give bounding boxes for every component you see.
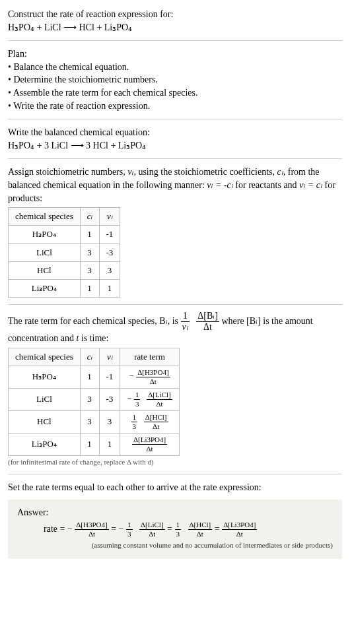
fraction: Δ[LiCl] Δt bbox=[147, 391, 172, 408]
frac-den: Δt bbox=[222, 530, 257, 538]
frac-num: 1 bbox=[175, 521, 182, 530]
plan-item: Assemble the rate term for each chemical… bbox=[8, 86, 342, 100]
table-header-row: chemical species cᵢ νᵢ bbox=[9, 208, 120, 226]
divider bbox=[8, 119, 342, 119]
cell-nu: -3 bbox=[99, 243, 120, 261]
equals: = bbox=[59, 524, 65, 534]
col-header: chemical species bbox=[9, 348, 81, 366]
intro-section: Construct the rate of reaction expressio… bbox=[8, 8, 342, 34]
stoich-text: Assign stoichiometric numbers, νᵢ, using… bbox=[8, 166, 342, 205]
table-row: Li₃PO₄ 1 1 Δ[Li3PO4] Δt bbox=[9, 433, 180, 455]
frac-num: Δ[LiCl] bbox=[139, 521, 165, 530]
fraction: Δ[Li3PO4] Δt bbox=[132, 436, 167, 453]
frac-num: Δ[Bᵢ] bbox=[196, 311, 219, 322]
cell-ci: 3 bbox=[80, 261, 99, 279]
coef-fraction: 1 3 bbox=[131, 414, 138, 430]
col-header: νᵢ bbox=[99, 208, 120, 226]
table-header-row: chemical species cᵢ νᵢ rate term bbox=[9, 348, 180, 366]
table-row: HCl 3 3 bbox=[9, 261, 120, 279]
table-row: H₃PO₄ 1 -1 − Δ[H3PO4] Δt bbox=[9, 366, 180, 388]
rel1: νᵢ = -cᵢ bbox=[207, 180, 233, 190]
col-header: chemical species bbox=[9, 208, 81, 226]
cell-nu: -1 bbox=[99, 226, 120, 243]
plan-section: Plan: Balance the chemical equation. Det… bbox=[8, 48, 342, 112]
text: The rate term for each chemical species, bbox=[8, 316, 159, 326]
cell-species: HCl bbox=[9, 261, 81, 279]
frac-den: νᵢ bbox=[181, 322, 190, 332]
table-row: H₃PO₄ 1 -1 bbox=[9, 226, 120, 243]
cell-species: HCl bbox=[9, 410, 81, 433]
coef-fraction: 1 3 bbox=[134, 391, 141, 408]
table-row: HCl 3 3 1 3 Δ[HCl] Δt bbox=[9, 410, 180, 433]
fraction: Δ[LiCl] Δt bbox=[139, 521, 165, 538]
col-header: rate term bbox=[120, 348, 179, 366]
table-row: LiCl 3 -3 − 1 3 Δ[LiCl] Δt bbox=[9, 388, 180, 410]
final-heading: Set the rate terms equal to each other t… bbox=[8, 481, 342, 494]
divider bbox=[8, 40, 342, 41]
col-header: cᵢ bbox=[80, 208, 99, 226]
frac-num: Δ[H3PO4] bbox=[75, 521, 108, 530]
frac-den: Δt bbox=[136, 377, 170, 385]
fraction: Δ[HCl] Δt bbox=[144, 414, 168, 430]
frac-num: Δ[HCl] bbox=[144, 414, 168, 422]
cell-nu: 1 bbox=[99, 433, 120, 455]
conc-symbol: [Bᵢ] bbox=[246, 316, 261, 326]
plan-item: Determine the stoichiometric numbers. bbox=[8, 73, 342, 86]
cell-ci: 3 bbox=[80, 410, 99, 433]
equals: = bbox=[111, 524, 116, 534]
frac-den: 3 bbox=[131, 422, 138, 430]
balanced-heading: Write the balanced chemical equation: bbox=[8, 126, 342, 139]
cell-species: H₃PO₄ bbox=[9, 366, 81, 388]
col-header: νᵢ bbox=[99, 348, 120, 366]
frac-den: 3 bbox=[175, 530, 182, 538]
cell-ci: 3 bbox=[80, 243, 99, 261]
Bi-symbol: Bᵢ bbox=[159, 316, 167, 326]
cell-nu: 3 bbox=[99, 261, 120, 279]
frac-den: 3 bbox=[126, 530, 133, 538]
frac-den: Δt bbox=[132, 445, 167, 453]
equals: = bbox=[167, 524, 172, 534]
fraction: Δ[H3PO4] Δt bbox=[75, 521, 108, 538]
answer-box: Answer: rate = − Δ[H3PO4] Δt = − 1 3 Δ[L… bbox=[8, 499, 342, 559]
rateterm-text: The rate term for each chemical species,… bbox=[8, 311, 342, 345]
balanced-section: Write the balanced chemical equation: H₃… bbox=[8, 126, 342, 152]
stoich-section: Assign stoichiometric numbers, νᵢ, using… bbox=[8, 166, 342, 298]
fraction: Δ[Li3PO4] Δt bbox=[222, 521, 257, 538]
divider bbox=[8, 304, 342, 305]
plan-item: Write the rate of reaction expression. bbox=[8, 100, 342, 113]
frac-den: Δt bbox=[188, 530, 213, 538]
frac-num: 1 bbox=[134, 391, 141, 400]
frac-num: Δ[Li3PO4] bbox=[132, 436, 167, 445]
frac-den: Δt bbox=[139, 530, 165, 538]
cell-ci: 1 bbox=[80, 279, 99, 297]
plan-heading: Plan: bbox=[8, 48, 342, 61]
plan-item: Balance the chemical equation. bbox=[8, 61, 342, 74]
balanced-equation: H₃PO₄ + 3 LiCl ⟶ 3 HCl + Li₃PO₄ bbox=[8, 139, 342, 152]
cell-rate: 1 3 Δ[HCl] Δt bbox=[120, 410, 179, 433]
cell-ci: 1 bbox=[80, 366, 99, 388]
ci-symbol: cᵢ bbox=[277, 167, 283, 177]
answer-heading: Answer: bbox=[17, 506, 333, 519]
sign: − bbox=[119, 524, 124, 534]
table-row: Li₃PO₄ 1 1 bbox=[9, 279, 120, 297]
cell-nu: 3 bbox=[99, 410, 120, 433]
cell-species: LiCl bbox=[9, 243, 81, 261]
frac-den: Δt bbox=[144, 422, 168, 430]
sign: − bbox=[129, 371, 134, 381]
cell-nu: 1 bbox=[99, 279, 120, 297]
col-header: cᵢ bbox=[80, 348, 99, 366]
equals: = bbox=[215, 524, 220, 534]
cell-species: H₃PO₄ bbox=[9, 226, 81, 243]
text: for reactants and bbox=[233, 180, 299, 190]
table-row: LiCl 3 -3 bbox=[9, 243, 120, 261]
frac-num: 1 bbox=[131, 414, 138, 422]
rateterm-section: The rate term for each chemical species,… bbox=[8, 311, 342, 467]
sign: − bbox=[67, 524, 73, 534]
rate-label: rate bbox=[44, 524, 57, 534]
frac-num: Δ[H3PO4] bbox=[136, 369, 170, 377]
rateterm-note: (for infinitesimal rate of change, repla… bbox=[8, 457, 342, 467]
cell-ci: 3 bbox=[80, 388, 99, 410]
frac-num: 1 bbox=[181, 311, 190, 322]
text: Assign stoichiometric numbers, bbox=[8, 167, 127, 177]
cell-rate: − Δ[H3PO4] Δt bbox=[120, 366, 179, 388]
